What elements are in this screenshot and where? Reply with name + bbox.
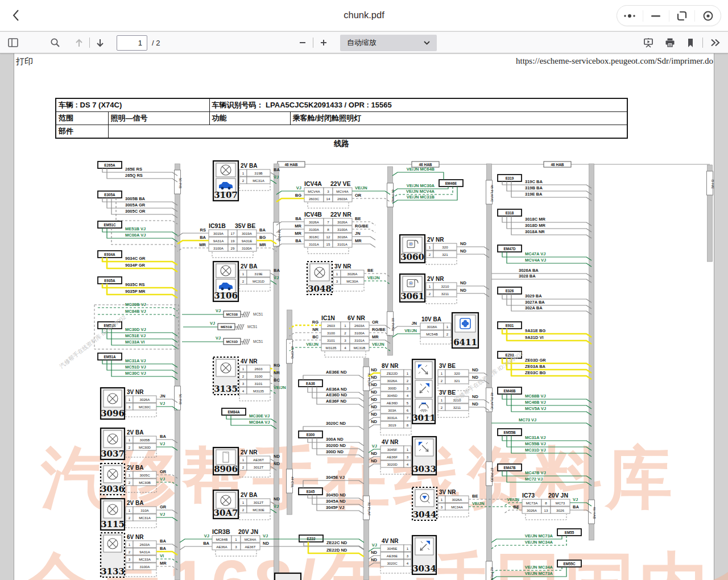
zoom-in-icon <box>320 39 328 47</box>
zoom-out-icon <box>299 39 307 47</box>
more-tools-button[interactable] <box>708 35 722 50</box>
search-button[interactable] <box>48 35 63 50</box>
scope-label-cell: 范围 <box>56 112 108 125</box>
vehicle-info-table: 车辆 : DS 7 (X74C) 车辆识别号码： LPAA5CJC5K20914… <box>55 98 628 139</box>
print-header-url: https://escheme-servicebox.peugeot.com/S… <box>516 56 713 66</box>
chevron-down-icon <box>424 41 430 45</box>
restore-icon <box>676 10 688 22</box>
more-dots-icon <box>623 13 636 19</box>
print-icon <box>665 38 675 48</box>
watermark-line-2: 会员168/年 适用国内全部车型 <box>20 539 728 580</box>
print-button[interactable] <box>663 35 677 50</box>
pdf-viewer: 汽修帮手在线资料库 会员168/年 适用国内全部车型 打印 https://es… <box>0 53 728 580</box>
window-chrome: chunk.pdf <box>0 0 728 31</box>
zoom-in-button[interactable] <box>316 35 331 50</box>
more-menu-button[interactable] <box>617 6 643 26</box>
part-value-cell <box>108 125 627 139</box>
page-up-icon <box>75 38 84 48</box>
page-number-input[interactable] <box>117 35 147 51</box>
diagram-section-title: 线路 <box>55 139 628 149</box>
page-down-icon <box>96 38 105 48</box>
sidebar-toggle-button[interactable] <box>6 35 20 50</box>
bookmark-button[interactable] <box>683 35 698 50</box>
restore-button[interactable] <box>669 6 695 26</box>
bookmark-icon <box>686 38 694 48</box>
watermark-line-1: 汽修帮手在线资料库 <box>41 433 676 524</box>
target-circle-icon <box>702 10 714 22</box>
minimize-icon <box>651 15 660 17</box>
sidebar-toggle-icon <box>8 38 18 47</box>
minimize-button[interactable] <box>643 6 669 26</box>
more-tools-icon <box>710 38 720 47</box>
pdf-toolbar: / 2 自动缩放 <box>0 32 728 53</box>
zoom-select-value: 自动缩放 <box>347 38 377 48</box>
function-value-cell: 乘客舱/封闭舱照明灯 <box>290 112 627 125</box>
close-target-button[interactable] <box>695 6 721 26</box>
function-label-cell: 功能 <box>209 112 290 125</box>
next-page-button[interactable] <box>93 35 107 50</box>
divider <box>89 38 90 48</box>
print-header-label: 打印 <box>16 56 33 67</box>
zoom-select[interactable]: 自动缩放 <box>340 35 437 51</box>
vehicle-cell: 车辆 : DS 7 (X74C) <box>56 98 209 112</box>
part-label-cell: 部件 <box>56 125 108 139</box>
vin-cell: 车辆识别号码： LPAA5CJC5K2091433 / OPR : 15565 <box>209 98 627 112</box>
divider <box>313 38 313 48</box>
previous-page-button[interactable] <box>72 35 86 50</box>
presentation-mode-icon <box>643 38 653 48</box>
search-icon <box>50 38 60 48</box>
presentation-mode-button[interactable] <box>641 35 656 50</box>
divider <box>702 38 703 48</box>
zoom-out-button[interactable] <box>295 35 310 50</box>
scope-value-cell: 照明—信号 <box>108 112 209 125</box>
page-count-label: / 2 <box>152 39 160 47</box>
window-controls <box>617 5 721 26</box>
